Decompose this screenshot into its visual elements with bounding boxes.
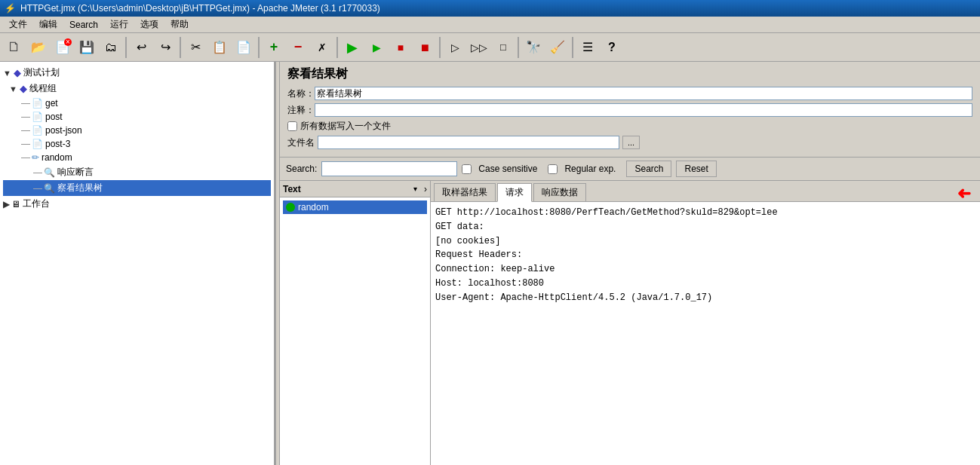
post-3-icon: 📄: [32, 139, 43, 149]
result-tree-icon: 🔍: [44, 183, 55, 194]
remove-icon: −: [294, 39, 303, 55]
tabs-bar: 取样器结果 请求 响应数据 ➜: [431, 181, 980, 202]
all-data-checkbox[interactable]: [287, 121, 297, 131]
result-tree-label: 察看结果树: [57, 182, 103, 194]
new-icon: 🗋: [8, 39, 21, 55]
run-part-button[interactable]: ▶: [365, 36, 388, 59]
detail-panel: 取样器结果 请求 响应数据 ➜ GET http://localhost:808…: [431, 181, 980, 465]
case-sensitive-checkbox[interactable]: [462, 164, 472, 174]
tab-request[interactable]: 请求: [497, 183, 532, 202]
workbench-icon: 🖥: [11, 199, 20, 210]
toolbar-sep-1: [125, 37, 127, 58]
saveall-button[interactable]: 🗂: [100, 36, 122, 59]
undo-button[interactable]: ↩: [130, 36, 152, 59]
undo-icon: ↩: [137, 40, 146, 54]
remote-stop-button[interactable]: □: [492, 36, 515, 59]
broom-icon: 🧹: [550, 40, 565, 54]
search-button[interactable]: Search: [626, 161, 671, 177]
tree-item-test-plan[interactable]: ▼ ◆ 测试计划: [3, 65, 271, 81]
menu-options[interactable]: 选项: [134, 17, 164, 32]
close-button[interactable]: × 📄: [51, 36, 74, 59]
post-3-connector: —: [21, 139, 30, 149]
tree-item-post-json[interactable]: — 📄 post-json: [3, 124, 271, 137]
case-sensitive-label: Case sensitive: [478, 164, 537, 174]
regular-exp-checkbox[interactable]: [548, 164, 558, 174]
remote-start-all-button[interactable]: ▷▷: [468, 36, 490, 59]
name-input[interactable]: [315, 87, 972, 100]
get-connector: —: [21, 98, 30, 109]
save-button[interactable]: 💾: [75, 36, 98, 59]
save-icon: 💾: [79, 40, 94, 54]
redo-icon: ↪: [161, 40, 171, 54]
broom-button[interactable]: 🧹: [546, 36, 569, 59]
browse-button[interactable]: ...: [622, 136, 640, 149]
file-input[interactable]: [318, 136, 619, 149]
copy-button[interactable]: 📋: [208, 36, 231, 59]
tree-item-response-assert[interactable]: — 🔍 响应断言: [3, 164, 271, 180]
random-label: random: [41, 152, 72, 163]
red-arrow-indicator: ➜: [957, 184, 971, 203]
paste-button[interactable]: 📄: [232, 36, 255, 59]
thread-group-label: 线程组: [29, 82, 57, 95]
force-stop-icon: ⏹: [419, 41, 430, 54]
list-content: random: [280, 197, 430, 465]
list-button[interactable]: ☰: [576, 36, 599, 59]
detail-line-0: GET http://localhost:8080/PerfTeach/GetM…: [435, 206, 975, 219]
random-connector: —: [21, 152, 30, 163]
redo-button[interactable]: ↪: [154, 36, 177, 59]
menu-edit[interactable]: 编辑: [33, 17, 63, 32]
list-dropdown-icon[interactable]: ▾: [410, 185, 421, 193]
tree-item-post-3[interactable]: — 📄 post-3: [3, 137, 271, 151]
remote-start-icon: ▷: [451, 41, 459, 54]
force-stop-button[interactable]: ⏹: [413, 36, 436, 59]
menu-run[interactable]: 运行: [104, 17, 134, 32]
add-button[interactable]: +: [263, 36, 285, 59]
title-bar: ⚡ HTTPGet.jmx (C:\Users\admin\Desktop\jB…: [0, 0, 980, 17]
cut-button[interactable]: ✂: [184, 36, 207, 59]
test-plan-label: 测试计划: [23, 66, 60, 79]
tree-item-result-tree[interactable]: — 🔍 察看结果树: [3, 180, 271, 196]
tree-item-random[interactable]: — ✏ random: [3, 151, 271, 164]
clear-button[interactable]: ✗: [311, 36, 333, 59]
detail-line-8: Connection: keep-alive: [435, 263, 975, 276]
tab-sampler-result[interactable]: 取样器结果: [434, 183, 496, 202]
search-input[interactable]: [321, 161, 457, 176]
run-button[interactable]: ▶: [341, 36, 364, 59]
tree-item-thread-group[interactable]: ▼ ◆ 线程组: [3, 81, 271, 96]
status-green-icon: [286, 203, 295, 212]
menu-search[interactable]: Search: [63, 18, 104, 32]
remote-start-button[interactable]: ▷: [444, 36, 466, 59]
post-connector: —: [21, 112, 30, 122]
list-scroll-right[interactable]: ›: [421, 184, 430, 194]
open-button[interactable]: 📂: [27, 36, 50, 59]
toolbar-sep-3: [258, 37, 260, 58]
get-label: get: [45, 98, 58, 109]
tree-item-get[interactable]: — 📄 get: [3, 96, 271, 110]
test-plan-icon: ◆: [14, 67, 21, 78]
workbench-expand: ▶: [3, 199, 10, 210]
comment-input[interactable]: [315, 103, 972, 117]
comment-label: 注释：: [287, 104, 315, 117]
new-button[interactable]: 🗋: [3, 36, 26, 59]
list-header: Text ▾ ›: [280, 181, 430, 197]
detail-line-7: Request Headers:: [435, 249, 975, 262]
tree-item-workbench[interactable]: ▶ 🖥 工作台: [3, 196, 271, 212]
post-json-label: post-json: [45, 125, 82, 136]
toolbar-sep-7: [572, 37, 573, 58]
close-icon: ×: [64, 38, 72, 46]
tab-response-data[interactable]: 响应数据: [533, 183, 586, 202]
checkbox-row: 所有数据写入一个文件: [287, 120, 972, 133]
tree-panel: ▼ ◆ 测试计划 ▼ ◆ 线程组 — 📄 get — 📄 post — 📄 po…: [0, 62, 275, 465]
stop-button[interactable]: ■: [389, 36, 412, 59]
list-item-random[interactable]: random: [283, 200, 427, 214]
help-button[interactable]: ?: [601, 36, 623, 59]
list-panel: Text ▾ › random: [280, 181, 431, 465]
menu-file[interactable]: 文件: [3, 17, 33, 32]
menu-help[interactable]: 帮助: [164, 17, 195, 32]
tree-item-post[interactable]: — 📄 post: [3, 110, 271, 124]
response-assert-connector: —: [33, 167, 42, 178]
remove-button[interactable]: −: [287, 36, 309, 59]
binoculars-button[interactable]: 🔭: [522, 36, 545, 59]
reset-button[interactable]: Reset: [676, 161, 716, 177]
expand-icon-2: ▼: [9, 84, 17, 93]
